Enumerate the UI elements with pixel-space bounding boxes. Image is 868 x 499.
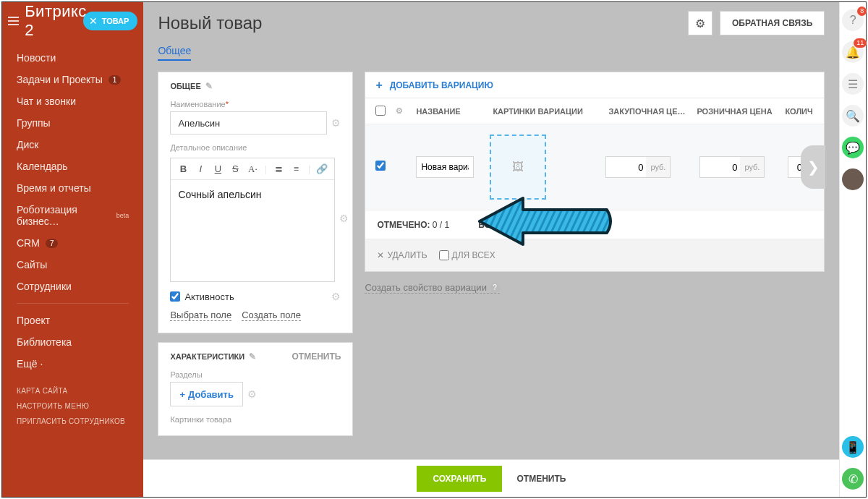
col-images: КАРТИНКИ ВАРИАЦИИ <box>493 107 601 116</box>
sidebar-item-library[interactable]: Библиотека <box>2 331 143 353</box>
variation-row: 🖼 руб. руб. <box>365 124 824 210</box>
cancel-button[interactable]: ОТМЕНИТЬ <box>516 474 566 484</box>
sidebar-invite[interactable]: ПРИГЛАСИТЬ СОТРУДНИКОВ <box>2 414 143 429</box>
characteristics-card: ХАРАКТЕРИСТИКИ ✎ отменить Разделы +Добав… <box>158 342 353 436</box>
underline-button[interactable]: U <box>210 161 226 177</box>
chip-label: ТОВАР <box>102 17 129 25</box>
sidebar-configure[interactable]: НАСТРОИТЬ МЕНЮ <box>2 398 143 414</box>
main-area: Новый товар ⚙ ОБРАТНАЯ СВЯЗЬ Общее ОБЩЕЕ… <box>143 2 839 497</box>
ul-button[interactable]: ≡ <box>288 161 304 177</box>
bold-button[interactable]: B <box>175 161 191 177</box>
sidebar-item-news[interactable]: Новости <box>2 47 143 69</box>
edit-icon[interactable]: ✎ <box>205 81 213 91</box>
scroll-right-button[interactable]: ❯ <box>801 145 825 189</box>
list-icon: ☰ <box>848 77 858 91</box>
retail-price-input[interactable]: руб. <box>699 156 765 178</box>
for-all-checkbox[interactable]: ДЛЯ ВСЕХ <box>439 250 495 260</box>
sidebar-item-project[interactable]: Проект <box>2 310 143 331</box>
feedback-button[interactable]: ОБРАТНАЯ СВЯЗЬ <box>720 11 825 35</box>
strike-button[interactable]: S <box>227 161 243 177</box>
main-menu: Новости Задачи и Проекты1 Чат и звонки Г… <box>2 40 143 378</box>
sidebar-item-groups[interactable]: Группы <box>2 112 143 134</box>
color-button[interactable]: A· <box>244 161 260 177</box>
col-retail: РОЗНИЧНАЯ ЦЕНА <box>697 107 778 116</box>
sidebar-item-tasks[interactable]: Задачи и Проекты1 <box>2 69 143 90</box>
sidebar-item-calendar[interactable]: Календарь <box>2 155 143 177</box>
close-icon: ✕ <box>377 250 384 260</box>
image-icon: 🖼 <box>512 161 524 174</box>
chat-button[interactable]: 💬 <box>842 137 864 158</box>
gear-icon[interactable]: ⚙ <box>396 106 409 116</box>
handset-icon: ✆ <box>848 472 858 486</box>
field-gear-icon[interactable]: ⚙ <box>247 388 257 400</box>
delete-button[interactable]: ✕ УДАЛИТЬ <box>377 250 427 260</box>
phone-icon: 📱 <box>846 440 860 454</box>
notifications-button[interactable]: 🔔11 <box>842 41 864 63</box>
user-avatar[interactable] <box>842 169 864 190</box>
sidebar-item-disk[interactable]: Диск <box>2 134 143 155</box>
mobile-button[interactable]: 📱 <box>842 436 864 458</box>
purchase-price-input[interactable]: руб. <box>605 156 671 178</box>
right-rail: ?8 🔔11 ☰ 🔍 💬 📱 ✆ <box>839 2 866 497</box>
help-icon[interactable]: ? <box>490 283 500 293</box>
settings-button[interactable]: ⚙ <box>688 11 712 35</box>
sidebar-item-employees[interactable]: Сотрудники <box>2 276 143 297</box>
chevron-right-icon: ❯ <box>807 158 820 176</box>
feed-button[interactable]: ☰ <box>842 73 864 95</box>
edit-icon[interactable]: ✎ <box>249 351 256 362</box>
variation-image-drop[interactable]: 🖼 <box>490 135 546 200</box>
left-sidebar: Битрикс 2 ✕ ТОВАР Новости Задачи и Проек… <box>2 2 143 497</box>
menu-toggle-icon[interactable] <box>8 17 19 25</box>
plus-icon: + <box>375 79 382 92</box>
field-gear-icon[interactable]: ⚙ <box>339 213 349 224</box>
variation-name-input[interactable] <box>416 156 474 178</box>
field-gear-icon[interactable]: ⚙ <box>331 117 341 129</box>
col-name: НАЗВАНИЕ <box>416 107 485 116</box>
italic-button[interactable]: I <box>192 161 208 177</box>
name-input[interactable] <box>170 111 327 135</box>
gear-icon: ⚙ <box>695 17 705 30</box>
chars-heading: ХАРАКТЕРИСТИКИ <box>170 352 244 361</box>
sidebar-item-more[interactable]: Ещё · <box>2 353 143 375</box>
logo: Битрикс 2 <box>25 2 89 40</box>
general-heading: ОБЩЕЕ <box>170 82 200 90</box>
create-field-link[interactable]: Создать поле <box>242 310 301 321</box>
page-title: Новый товар <box>158 13 262 33</box>
chars-cancel[interactable]: отменить <box>292 351 341 362</box>
sidebar-item-rpa[interactable]: Роботизация бизнес…beta <box>2 199 143 232</box>
row-checkbox[interactable] <box>375 161 386 171</box>
sidebar-item-crm[interactable]: CRM7 <box>2 232 143 254</box>
create-variation-prop-link[interactable]: Создать свойство вариации ? <box>365 282 500 294</box>
description-editor[interactable]: Сочный апельсин <box>171 180 334 281</box>
link-button[interactable]: 🔗 <box>314 161 330 177</box>
sidebar-sitemap[interactable]: КАРТА САЙТА <box>2 383 143 398</box>
tab-general[interactable]: Общее <box>158 45 191 61</box>
help-icon: ? <box>850 14 856 27</box>
search-button[interactable]: 🔍 <box>842 105 864 127</box>
col-qty: КОЛИЧ <box>785 107 814 116</box>
breadcrumb-chip[interactable]: ✕ ТОВАР <box>83 12 138 30</box>
help-button[interactable]: ?8 <box>842 9 864 31</box>
ol-button[interactable]: ≣ <box>271 161 286 177</box>
sidebar-item-time[interactable]: Время и отчеты <box>2 177 143 199</box>
add-variation-button[interactable]: + ДОБАВИТЬ ВАРИАЦИЮ <box>365 72 824 98</box>
variations-card: + ДОБАВИТЬ ВАРИАЦИЮ ⚙ НАЗВАНИЕ КАРТИНКИ … <box>365 72 825 272</box>
add-section-button[interactable]: +Добавить <box>170 382 243 406</box>
sidebar-item-chat[interactable]: Чат и звонки <box>2 90 143 112</box>
field-gear-icon[interactable]: ⚙ <box>331 291 341 302</box>
close-icon[interactable]: ✕ <box>89 15 98 27</box>
search-icon: 🔍 <box>846 109 860 123</box>
select-field-link[interactable]: Выбрать поле <box>170 310 231 321</box>
chat-icon: 💬 <box>846 141 860 155</box>
sidebar-item-sites[interactable]: Сайты <box>2 254 143 276</box>
select-all-checkbox[interactable] <box>375 106 386 116</box>
save-button[interactable]: СОХРАНИТЬ <box>417 466 502 492</box>
general-card: ОБЩЕЕ ✎ Наименование* ⚙ Детальное описан… <box>158 72 353 333</box>
action-bar: СОХРАНИТЬ ОТМЕНИТЬ <box>143 459 839 497</box>
active-checkbox[interactable] <box>170 291 180 302</box>
col-purchase: ЗАКУПОЧНАЯ ЦЕ… <box>608 107 689 116</box>
call-button[interactable]: ✆ <box>842 468 864 490</box>
editor-toolbar: B I U S A· | ≣ ≡ | 🔗 <box>171 158 334 180</box>
